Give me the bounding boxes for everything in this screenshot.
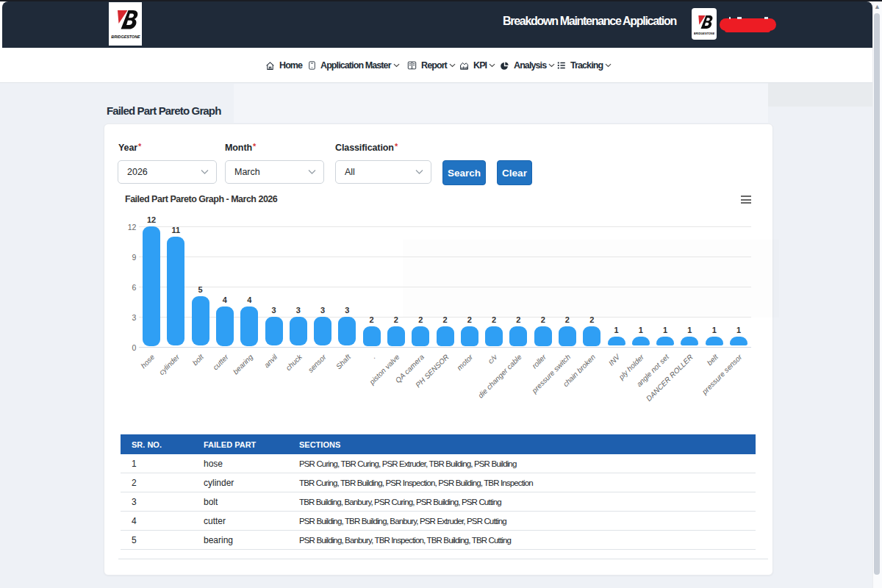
bar-belt[interactable]: [706, 337, 723, 346]
bar-cylinder[interactable]: [167, 237, 184, 346]
cell-sections: PSR Building, Banbury, TBR Inspection, T…: [299, 536, 756, 545]
search-button[interactable]: Search: [442, 160, 486, 185]
bar-dancer-roller[interactable]: [681, 337, 698, 346]
redacted-text-tip: [729, 17, 731, 19]
redacted-text-tip: [764, 17, 768, 19]
chevron-down-icon: [308, 170, 316, 175]
y-axis-label: 6: [114, 283, 136, 292]
nav-item-report[interactable]: Report: [407, 48, 456, 83]
bar-value-label: 2: [359, 315, 384, 324]
table-row[interactable]: 5bearingPSR Building, Banbury, TBR Inspe…: [121, 531, 756, 550]
bar-pressure-sensor[interactable]: [730, 337, 747, 346]
bar-roller[interactable]: [534, 326, 552, 345]
bar-value-label: 2: [506, 315, 531, 324]
bar-angle-not-set[interactable]: [656, 337, 674, 346]
y-axis-label: 3: [114, 313, 136, 322]
bridgestone-logo-mark-small: BRIDGESTONE: [694, 10, 714, 38]
cell-sections: TBR Curing, TBR Building, PSR Inspection…: [299, 478, 756, 487]
bar-ply-holder[interactable]: [632, 337, 650, 346]
cell-failedpart: hose: [204, 459, 299, 469]
bar-value-label: 2: [531, 315, 556, 324]
clear-button[interactable]: Clear: [497, 160, 532, 185]
nav-item-kpi[interactable]: KPI: [459, 48, 495, 83]
bar-value-label: 1: [702, 326, 727, 334]
bar-die-changer-cable[interactable]: [509, 326, 527, 345]
bar-inv[interactable]: [608, 337, 625, 346]
bar--[interactable]: [363, 326, 381, 345]
bar-cutter[interactable]: [216, 306, 234, 346]
bar-qa-camera[interactable]: [412, 326, 429, 345]
month-select[interactable]: March: [225, 160, 324, 184]
required-asterisk: *: [395, 142, 398, 151]
year-select[interactable]: 2026: [118, 160, 217, 184]
table-row[interactable]: 3boltTBR Building, Banbury, PSR Curing, …: [121, 492, 756, 512]
bar-motor[interactable]: [461, 326, 478, 345]
bar-value-label: 5: [188, 285, 213, 294]
bar-piston-valve[interactable]: [387, 326, 405, 345]
bar-value-label: 3: [262, 306, 287, 315]
nav-items: HomeApplication MasterReportKPIAnalysisT…: [0, 48, 872, 82]
bg-patch-2: [768, 83, 872, 107]
table-header-srno: SR. NO.: [121, 440, 204, 449]
scrollbar-thumb[interactable]: [874, 13, 880, 575]
bar-value-label: 1: [604, 326, 629, 334]
nav-item-analysis[interactable]: Analysis: [500, 48, 555, 83]
bar-value-label: 2: [555, 315, 580, 324]
report-icon: [407, 61, 417, 70]
chevron-down-icon: [548, 63, 555, 68]
cell-srno: 4: [121, 516, 204, 526]
redacted-username-stroke: [725, 28, 770, 32]
table-bottom-divider: [118, 559, 768, 559]
bar-hose[interactable]: [143, 226, 160, 346]
bar-c-v[interactable]: [485, 326, 503, 345]
bar-anvil[interactable]: [265, 317, 283, 346]
table-row[interactable]: 1hosePSR Curing, TBR Curing, PSR Extrude…: [121, 454, 756, 473]
scrollbar-up-arrow-icon[interactable]: ▲: [874, 4, 881, 10]
cell-failedpart: bolt: [204, 497, 299, 507]
x-axis-line: [139, 347, 750, 348]
bar-shaft[interactable]: [338, 317, 356, 346]
bar-value-label: 2: [579, 315, 604, 324]
bar-chain-broken[interactable]: [583, 326, 600, 345]
hamburger-line: [741, 202, 751, 204]
bar-bearing[interactable]: [240, 306, 258, 346]
y-axis-label: 0: [114, 343, 136, 352]
month-select-value: March: [234, 167, 260, 177]
cell-failedpart: bearing: [204, 535, 299, 545]
bar-sensor[interactable]: [314, 317, 331, 346]
bar-ph-sensor[interactable]: [437, 326, 454, 345]
nav-item-label: Report: [421, 60, 447, 71]
cell-srno: 3: [121, 497, 204, 507]
table-header-row: SR. NO. FAILED PART SECTIONS: [121, 434, 756, 454]
bar-chuck[interactable]: [290, 317, 307, 346]
bar-value-label: 1: [726, 326, 751, 334]
bar-value-label: 4: [237, 295, 262, 304]
table-row[interactable]: 2cylinderTBR Curing, TBR Building, PSR I…: [121, 473, 756, 492]
nav-item-home[interactable]: Home: [265, 48, 302, 83]
analysis-icon: [500, 61, 509, 71]
classification-label: Classification*: [335, 143, 398, 153]
year-label: Year*: [118, 143, 141, 153]
chevron-down-icon: [605, 63, 612, 68]
chart-title: Failed Part Pareto Graph - March 2026: [125, 194, 277, 204]
chevron-down-icon: [201, 170, 209, 175]
bridgestone-logo-right: BRIDGESTONE: [692, 8, 717, 40]
classification-select[interactable]: All: [335, 160, 431, 184]
table-header-failedpart: FAILED PART: [204, 440, 299, 449]
bar-value-label: 1: [677, 326, 702, 334]
cell-srno: 2: [121, 478, 204, 488]
gridline: [139, 226, 750, 227]
page-title: Failed Part Pareto Graph: [107, 104, 220, 117]
nav-item-tracking[interactable]: Tracking: [557, 48, 612, 83]
watermark-patch: [403, 240, 779, 318]
table-row[interactable]: 4cutterPSR Building, TBR Building, Banbu…: [121, 512, 756, 531]
tracking-icon: [557, 61, 566, 70]
bar-bolt[interactable]: [192, 296, 209, 345]
hamburger-icon[interactable]: [741, 196, 751, 204]
cell-sections: TBR Building, Banbury, PSR Curing, PSR B…: [299, 498, 756, 506]
nav-item-label: Home: [279, 60, 302, 71]
bar-pressure-switch[interactable]: [559, 326, 576, 345]
bridgestone-logo-left: BRIDGESTONE: [109, 2, 142, 46]
cell-sections: PSR Curing, TBR Curing, PSR Extruder, TB…: [299, 459, 756, 468]
nav-item-application-master[interactable]: Application Master: [308, 48, 400, 83]
